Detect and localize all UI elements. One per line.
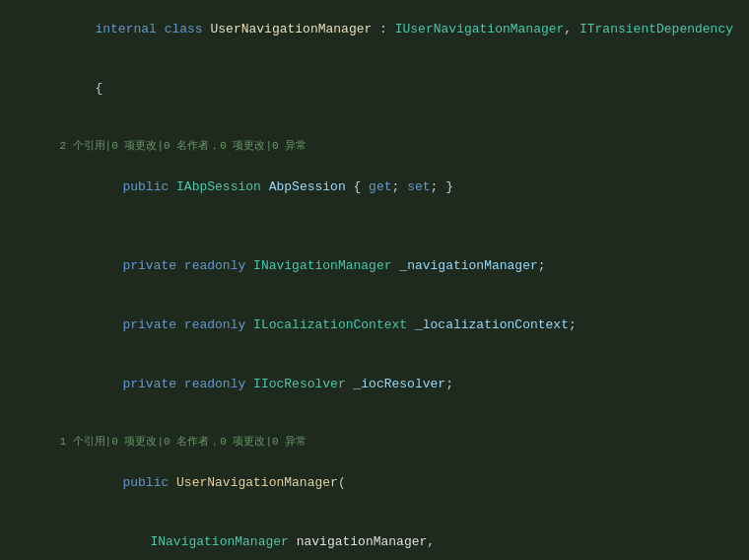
codelens-1: 2 个引用|0 项更改|0 名作者，0 项更改|0 异常 <box>0 138 749 158</box>
code-line-9: private readonly IIocResolver _iocResolv… <box>0 355 749 414</box>
line-content: private readonly INavigationManager _nav… <box>30 237 749 296</box>
codelens-2: 1 个引用|0 项更改|0 名作者，0 项更改|0 异常 <box>0 434 749 454</box>
codelens-text: 2 个引用|0 项更改|0 名作者，0 项更改|0 异常 <box>30 138 749 155</box>
line-content: private readonly ILocalizationContext _l… <box>30 296 749 355</box>
line-content: INavigationManager navigationManager, <box>30 513 749 560</box>
code-line-6 <box>0 217 749 237</box>
code-line-8: private readonly ILocalizationContext _l… <box>0 296 749 355</box>
code-line-7: private readonly INavigationManager _nav… <box>0 237 749 296</box>
code-line-1: internal class UserNavigationManager : I… <box>0 0 749 59</box>
code-line-5: public IAbpSession AbpSession { get; set… <box>0 158 749 217</box>
line-content: public IAbpSession AbpSession { get; set… <box>30 158 749 217</box>
code-line-13: INavigationManager navigationManager, <box>0 513 749 560</box>
line-content: private readonly IIocResolver _iocResolv… <box>30 355 749 414</box>
code-line-12: public UserNavigationManager( <box>0 454 749 513</box>
codelens-text-2: 1 个引用|0 项更改|0 名作者，0 项更改|0 异常 <box>30 434 749 451</box>
line-content <box>30 217 749 237</box>
code-editor: internal class UserNavigationManager : I… <box>0 0 749 560</box>
line-content: internal class UserNavigationManager : I… <box>30 0 749 59</box>
line-content: public UserNavigationManager( <box>30 454 749 513</box>
line-content <box>30 414 749 434</box>
line-content <box>30 118 749 138</box>
code-line-2: { <box>0 59 749 118</box>
code-line-3 <box>0 118 749 138</box>
line-content: { <box>30 59 749 118</box>
code-line-10 <box>0 414 749 434</box>
